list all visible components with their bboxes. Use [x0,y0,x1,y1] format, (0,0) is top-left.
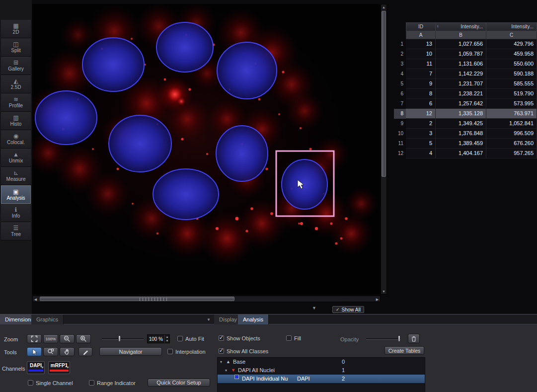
cell-intensity-b[interactable]: 1,131.606 [436,59,486,69]
table-row[interactable]: 6 8 1,238.221 519.790 [394,89,537,99]
scroll-up-icon[interactable]: ▲ [381,4,386,10]
sidebar-item[interactable]: ℹ Info [1,204,31,222]
cell-intensity-c[interactable]: 676.260 [486,139,537,149]
spinner-up-icon[interactable]: ▲ [166,335,169,339]
cell-intensity-b[interactable]: 1,059.787 [436,49,486,59]
cell-intensity-b[interactable]: 1,389.459 [436,139,486,149]
sidebar-item[interactable]: ⊾ Measure [1,167,31,185]
table-row[interactable]: 10 3 1,376.848 996.509 [394,129,537,139]
column-letter-c[interactable]: C [486,31,537,39]
cell-intensity-c[interactable]: 585.555 [486,79,537,89]
collapse-panel-arrow-icon[interactable]: ▼ [312,306,316,311]
zoom-percent-spinner[interactable]: 100 % ▲ ▼ [147,334,170,343]
delete-objects-button[interactable] [408,334,420,343]
pointer-tool-button[interactable] [27,347,42,356]
tab-analysis[interactable]: Analysis [238,314,269,324]
cell-id[interactable]: 9 [406,79,436,89]
image-viewport[interactable] [32,4,380,295]
cell-intensity-b[interactable]: 1,238.221 [436,89,486,99]
table-row[interactable]: 1 13 1,027.656 429.796 [394,39,537,49]
cell-intensity-c[interactable]: 763.971 [486,109,537,119]
zoom-100-button[interactable]: 100% [43,334,58,343]
cell-id[interactable]: 13 [406,39,436,49]
channel-dapi-button[interactable]: DAPI ▼ [27,361,45,374]
auto-fit-checkbox[interactable]: Auto Fit [177,335,204,342]
cell-intensity-b[interactable]: 1,142.229 [436,69,486,79]
show-all-toggle[interactable]: ✓ Show All [332,306,364,313]
cell-intensity-b[interactable]: 1,231.707 [436,79,486,89]
interpolation-checkbox[interactable]: Interpolation [167,348,206,355]
tree-row-base[interactable]: ▾ ▲ Base 0 [218,358,425,366]
cell-intensity-b[interactable]: 1,349.425 [436,119,486,129]
zoom-slider[interactable] [102,338,144,340]
table-row[interactable]: 8 12 1,335.128 763.971 [394,109,537,119]
cell-id[interactable]: 11 [406,59,436,69]
scroll-left-icon[interactable]: ◀ [33,297,38,302]
chevron-down-icon[interactable]: ▼ [41,366,44,369]
column-letter-b[interactable]: B [436,31,486,39]
cell-intensity-c[interactable]: 590.188 [486,69,537,79]
vertical-scroll-thumb[interactable] [382,11,386,177]
horizontal-scroll-thumb[interactable] [40,297,234,301]
cell-intensity-b[interactable]: 1,257.642 [436,99,486,109]
cell-id[interactable]: 2 [406,119,436,129]
table-row[interactable]: 12 4 1,404.167 957.265 [394,149,537,158]
quick-color-setup-button[interactable]: Quick Color Setup [148,379,210,387]
cell-intensity-c[interactable]: 459.958 [486,49,537,59]
cell-id[interactable]: 7 [406,69,436,79]
sidebar-item[interactable]: ≋ Profile [1,93,31,112]
cell-intensity-c[interactable]: 429.796 [486,39,537,49]
pan-tool-button[interactable] [60,347,75,356]
cell-intensity-c[interactable]: 957.265 [486,149,537,158]
cell-id[interactable]: 3 [406,129,436,139]
vertical-scrollbar[interactable]: ▲ ▼ [381,4,387,295]
color-picker-tool-button[interactable] [78,347,92,356]
table-row[interactable]: 9 2 1,349.425 1,052.841 [394,119,537,129]
column-header-intensity-c[interactable]: Intensity... [486,22,537,31]
zoom-fit-button[interactable] [27,334,42,343]
zoom-region-tool-button[interactable] [43,347,58,356]
cell-intensity-b[interactable]: 1,376.848 [436,129,486,139]
sidebar-item[interactable]: ◉ Colocal. [1,130,31,149]
spinner-down-icon[interactable]: ▼ [166,339,169,343]
cell-intensity-b[interactable]: 1,335.128 [436,109,486,119]
single-channel-checkbox[interactable]: Single Channel [28,380,73,386]
table-row[interactable]: 3 11 1,131.606 550.600 [394,59,537,69]
column-header-id[interactable]: ID [406,22,436,31]
cell-intensity-b[interactable]: 1,404.167 [436,149,486,158]
zoom-slider-handle[interactable] [118,335,121,342]
cell-intensity-c[interactable]: 550.600 [486,59,537,69]
channel-mrfp1-button[interactable]: mRFP1 ▼ [48,361,70,374]
cell-id[interactable]: 6 [406,99,436,109]
cell-intensity-b[interactable]: 1,027.656 [436,39,486,49]
navigator-button[interactable]: Navigator [99,347,162,356]
sidebar-item[interactable]: ◫ Split [1,38,31,57]
zoom-out-button[interactable] [60,334,75,343]
sidebar-item[interactable]: ▦ 2D [1,20,31,38]
chevron-down-icon[interactable]: ▼ [66,366,70,369]
scroll-right-icon[interactable]: ▶ [375,297,380,302]
cell-intensity-c[interactable]: 573.995 [486,99,537,109]
table-row[interactable]: 7 6 1,257.642 573.995 [394,99,537,109]
opacity-slider[interactable] [366,338,401,340]
expander-icon[interactable]: ▾ [220,358,222,366]
range-indicator-checkbox[interactable]: Range Indicator [89,380,136,386]
cell-id[interactable]: 12 [406,109,436,119]
column-header-intensity-b[interactable]: ↑ Intensity... [436,22,486,31]
cell-intensity-c[interactable]: 1,052.841 [486,119,537,129]
cell-id[interactable]: 4 [406,149,436,158]
cell-id[interactable]: 8 [406,89,436,99]
table-row[interactable]: 11 5 1,389.459 676.260 [394,139,537,149]
cell-intensity-c[interactable]: 996.509 [486,129,537,139]
sidebar-item[interactable]: ◭ 2.5D [1,75,31,93]
zoom-in-button[interactable] [76,334,91,343]
create-tables-button[interactable]: Create Tables [384,346,424,355]
cell-id[interactable]: 5 [406,139,436,149]
horizontal-scrollbar[interactable]: ◀ ▶ [32,296,381,302]
table-row[interactable]: 5 9 1,231.707 585.555 [394,79,537,89]
table-row[interactable]: 4 7 1,142.229 590.188 [394,69,537,79]
cell-id[interactable]: 10 [406,49,436,59]
fill-checkbox[interactable]: Fill [286,335,301,341]
tab-graphics[interactable]: Graphics [31,314,64,324]
sidebar-item[interactable]: ▣ Analysis [1,185,31,204]
